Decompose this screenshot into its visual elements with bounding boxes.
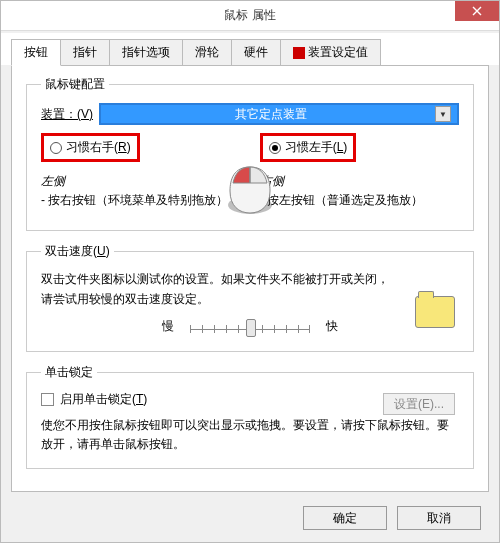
double-click-text: 双击文件夹图标以测试你的设置。如果文件夹不能被打开或关闭，请尝试用较慢的双击速度… (41, 270, 459, 308)
device-label: 装置：(V) (41, 106, 93, 123)
device-settings-icon (293, 47, 305, 59)
folder-icon[interactable] (415, 296, 455, 328)
double-click-slider[interactable] (190, 317, 310, 337)
click-lock-text: 使您不用按住鼠标按钮即可以突出显示或拖拽。要设置，请按下鼠标按钮。要放开，请再单… (41, 416, 459, 454)
button-config-legend: 鼠标键配置 (41, 76, 109, 93)
tab-device-settings[interactable]: 装置设定值 (280, 39, 381, 65)
tab-hardware[interactable]: 硬件 (231, 39, 281, 65)
tab-strip: 按钮 指针 指针选项 滑轮 硬件 装置设定值 (1, 33, 499, 65)
slider-thumb[interactable] (246, 319, 256, 337)
tab-pointer[interactable]: 指针 (60, 39, 110, 65)
double-click-group: 双击速度(U) 双击文件夹图标以测试你的设置。如果文件夹不能被打开或关闭，请尝试… (26, 243, 474, 351)
window-title: 鼠标 属性 (1, 7, 499, 24)
left-side-desc: 左侧 - 按右按钮（环境菜单及特别拖放） (41, 172, 240, 210)
click-lock-label: 启用单击锁定(T) (60, 391, 147, 408)
radio-right-handed[interactable]: 习惯右手(R) (41, 133, 140, 162)
tab-pointer-options[interactable]: 指针选项 (109, 39, 183, 65)
click-lock-legend: 单击锁定 (41, 364, 97, 381)
click-lock-settings-button: 设置(E)... (383, 393, 455, 415)
chevron-down-icon: ▼ (435, 106, 451, 122)
button-config-group: 鼠标键配置 装置：(V) 其它定点装置 ▼ 习惯右手(R) 习惯左手(L) (26, 76, 474, 231)
close-button[interactable] (455, 1, 499, 21)
device-dropdown[interactable]: 其它定点装置 ▼ (99, 103, 459, 125)
dialog-footer: 确定 取消 (1, 498, 499, 542)
click-lock-checkbox[interactable] (41, 393, 54, 406)
cancel-button[interactable]: 取消 (397, 506, 481, 530)
radio-icon (50, 142, 62, 154)
double-click-legend: 双击速度(U) (41, 243, 114, 260)
radio-left-handed[interactable]: 习惯左手(L) (260, 133, 357, 162)
click-lock-group: 单击锁定 启用单击锁定(T) 设置(E)... 使您不用按住鼠标按钮即可以突出显… (26, 364, 474, 469)
titlebar: 鼠标 属性 (1, 1, 499, 31)
slider-slow-label: 慢 (162, 318, 174, 335)
right-side-desc: 右侧 - 按左按钮（普通选定及拖放） (260, 172, 459, 210)
tab-wheel[interactable]: 滑轮 (182, 39, 232, 65)
ok-button[interactable]: 确定 (303, 506, 387, 530)
radio-icon (269, 142, 281, 154)
tab-panel: 鼠标键配置 装置：(V) 其它定点装置 ▼ 习惯右手(R) 习惯左手(L) (11, 65, 489, 492)
slider-fast-label: 快 (326, 318, 338, 335)
tab-buttons[interactable]: 按钮 (11, 39, 61, 66)
mouse-icon (221, 161, 279, 222)
